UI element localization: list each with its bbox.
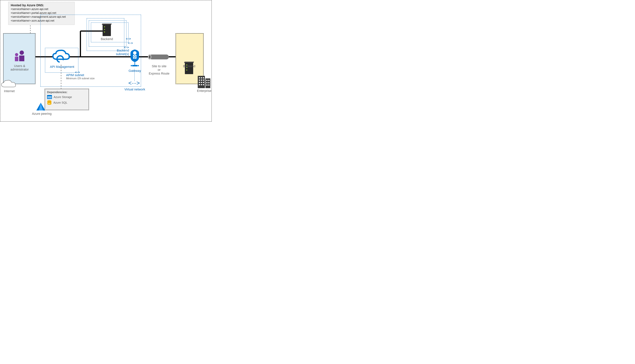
dns-line-0: <serviceName>.azure-api.net [11, 7, 72, 11]
virtual-network-label: Virtual network [123, 88, 146, 91]
svg-point-7 [20, 50, 24, 55]
svg-rect-46 [48, 96, 52, 97]
svg-rect-21 [138, 65, 139, 66]
users-label: Users & administrator [6, 64, 33, 72]
svg-rect-47 [48, 98, 52, 98]
enterprise-icon [198, 73, 210, 89]
backend-server-icon [102, 24, 111, 36]
enterprise-label: Enterprise [196, 89, 212, 92]
dns-title: Hosted by Azure DNS: [11, 4, 72, 7]
svg-rect-26 [206, 78, 210, 88]
svg-rect-19 [132, 65, 137, 66]
svg-rect-28 [201, 77, 202, 78]
api-management-icon [52, 49, 70, 64]
svg-rect-41 [206, 82, 208, 83]
svg-rect-22 [150, 54, 169, 60]
apim-subnet-title: APIM subnet [66, 73, 89, 77]
tunnel-label: Site to site or Express Route [145, 64, 174, 75]
svg-point-9 [15, 53, 18, 56]
dependencies-title: Dependencies: [47, 90, 86, 94]
sql-label: Azure SQL [53, 101, 68, 104]
gateway-label: Gateway [127, 69, 143, 72]
enterprise-backend-label: Backend [181, 64, 197, 68]
storage-label: Azure Storage [54, 96, 72, 99]
svg-text:SQL: SQL [48, 103, 51, 104]
peer-icon: <··> [128, 42, 133, 45]
svg-rect-42 [208, 82, 210, 83]
svg-rect-35 [203, 82, 204, 83]
backend-subnets-label: Backend subnet(s) [112, 49, 129, 56]
tunnel-icon [148, 54, 170, 60]
backend-top-label: Backend [99, 37, 115, 41]
virtual-network-icon: <···> [128, 80, 140, 86]
svg-point-11 [62, 58, 64, 60]
azure-peering-icon [36, 102, 46, 111]
apim-subnet-note: Minimum /29 subnet size [66, 77, 100, 80]
gateway-icon [129, 49, 140, 69]
svg-rect-43 [206, 84, 208, 86]
svg-point-24 [149, 55, 150, 58]
api-management-label: API Management [48, 65, 76, 68]
svg-rect-33 [199, 82, 200, 83]
svg-rect-32 [203, 80, 204, 81]
svg-rect-27 [199, 77, 200, 78]
svg-rect-37 [201, 84, 202, 85]
users-icon [13, 50, 26, 62]
internet-icon [0, 79, 18, 90]
svg-rect-34 [201, 82, 202, 83]
svg-rect-20 [131, 65, 132, 66]
svg-rect-39 [206, 80, 208, 81]
peer-icon: <··> [126, 37, 131, 40]
diagram-canvas: Hosted by Azure DNS: <serviceName>.azure… [0, 0, 212, 122]
svg-rect-31 [201, 80, 202, 81]
dns-line-1: <serviceName>.portal.azure-api.net [11, 11, 72, 15]
svg-rect-8 [19, 56, 24, 61]
sql-icon: SQL [47, 100, 52, 105]
svg-rect-29 [203, 77, 204, 78]
storage-icon [47, 95, 52, 99]
azure-peering-label: Azure peering [30, 112, 53, 116]
svg-rect-38 [203, 84, 204, 85]
svg-rect-36 [199, 84, 200, 85]
internet-label: Internet [3, 89, 16, 93]
dependencies-box: Dependencies: Azure Storage SQL Azure SQ… [45, 89, 89, 110]
svg-rect-30 [199, 80, 200, 81]
svg-point-12 [133, 51, 136, 55]
svg-rect-40 [208, 80, 210, 81]
svg-rect-10 [15, 57, 18, 61]
svg-rect-44 [208, 84, 210, 86]
